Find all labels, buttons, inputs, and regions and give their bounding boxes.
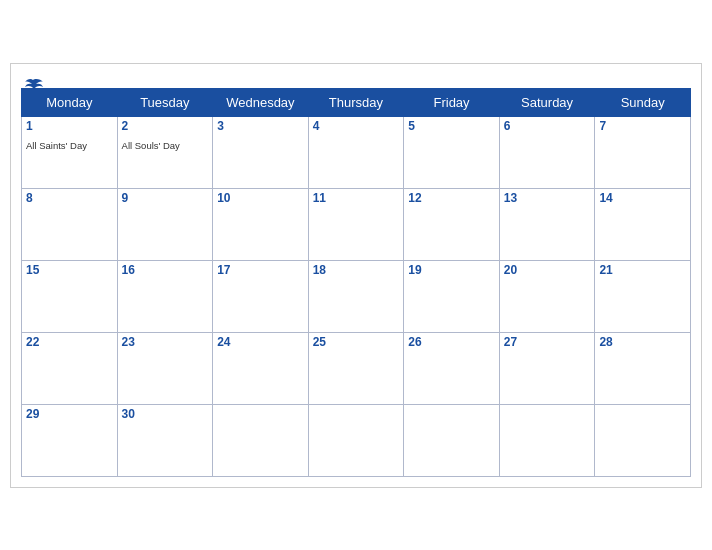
day-number: 13 <box>504 191 591 205</box>
calendar-day-cell: 2All Souls' Day <box>117 116 213 188</box>
day-number: 26 <box>408 335 495 349</box>
day-number: 5 <box>408 119 495 133</box>
weekday-header-row: Monday Tuesday Wednesday Thursday Friday… <box>22 88 691 116</box>
calendar-day-cell: 27 <box>499 332 595 404</box>
day-number: 20 <box>504 263 591 277</box>
day-number: 8 <box>26 191 113 205</box>
calendar-week-row: 22232425262728 <box>22 332 691 404</box>
day-number: 24 <box>217 335 304 349</box>
calendar-day-cell: 15 <box>22 260 118 332</box>
calendar-day-cell: 4 <box>308 116 404 188</box>
calendar-week-row: 2930 <box>22 404 691 476</box>
logo-area <box>21 78 43 94</box>
day-number: 16 <box>122 263 209 277</box>
calendar-day-cell: 16 <box>117 260 213 332</box>
day-number: 19 <box>408 263 495 277</box>
calendar-thead: Monday Tuesday Wednesday Thursday Friday… <box>22 88 691 116</box>
day-number: 27 <box>504 335 591 349</box>
calendar-day-cell: 3 <box>213 116 309 188</box>
day-number: 3 <box>217 119 304 133</box>
calendar-table: Monday Tuesday Wednesday Thursday Friday… <box>21 88 691 477</box>
calendar-header <box>21 74 691 82</box>
holiday-label: All Souls' Day <box>122 140 180 151</box>
calendar-day-cell: 9 <box>117 188 213 260</box>
calendar-week-row: 1All Saints' Day2All Souls' Day34567 <box>22 116 691 188</box>
day-number: 28 <box>599 335 686 349</box>
header-wednesday: Wednesday <box>213 88 309 116</box>
calendar-day-cell: 5 <box>404 116 500 188</box>
calendar-day-cell: 12 <box>404 188 500 260</box>
day-number: 18 <box>313 263 400 277</box>
day-number: 1 <box>26 119 113 133</box>
calendar-day-cell: 26 <box>404 332 500 404</box>
calendar-day-cell: 8 <box>22 188 118 260</box>
calendar-day-cell: 11 <box>308 188 404 260</box>
day-number: 23 <box>122 335 209 349</box>
calendar-container: Monday Tuesday Wednesday Thursday Friday… <box>10 63 702 488</box>
day-number: 9 <box>122 191 209 205</box>
day-number: 21 <box>599 263 686 277</box>
calendar-day-cell: 18 <box>308 260 404 332</box>
day-number: 15 <box>26 263 113 277</box>
logo-bird-icon <box>23 78 43 94</box>
header-thursday: Thursday <box>308 88 404 116</box>
day-number: 29 <box>26 407 113 421</box>
day-number: 30 <box>122 407 209 421</box>
header-saturday: Saturday <box>499 88 595 116</box>
calendar-day-cell <box>499 404 595 476</box>
calendar-day-cell <box>213 404 309 476</box>
holiday-label: All Saints' Day <box>26 140 87 151</box>
calendar-day-cell: 19 <box>404 260 500 332</box>
calendar-day-cell <box>404 404 500 476</box>
calendar-day-cell: 6 <box>499 116 595 188</box>
calendar-week-row: 15161718192021 <box>22 260 691 332</box>
day-number: 10 <box>217 191 304 205</box>
calendar-day-cell: 14 <box>595 188 691 260</box>
calendar-day-cell: 13 <box>499 188 595 260</box>
day-number: 12 <box>408 191 495 205</box>
calendar-day-cell: 30 <box>117 404 213 476</box>
calendar-body: 1All Saints' Day2All Souls' Day345678910… <box>22 116 691 476</box>
calendar-day-cell: 29 <box>22 404 118 476</box>
day-number: 2 <box>122 119 209 133</box>
header-sunday: Sunday <box>595 88 691 116</box>
calendar-day-cell: 7 <box>595 116 691 188</box>
calendar-day-cell: 22 <box>22 332 118 404</box>
calendar-day-cell: 1All Saints' Day <box>22 116 118 188</box>
calendar-day-cell: 24 <box>213 332 309 404</box>
day-number: 25 <box>313 335 400 349</box>
header-friday: Friday <box>404 88 500 116</box>
day-number: 6 <box>504 119 591 133</box>
day-number: 11 <box>313 191 400 205</box>
calendar-day-cell: 20 <box>499 260 595 332</box>
calendar-day-cell: 21 <box>595 260 691 332</box>
calendar-day-cell: 10 <box>213 188 309 260</box>
header-tuesday: Tuesday <box>117 88 213 116</box>
calendar-day-cell <box>308 404 404 476</box>
calendar-day-cell: 28 <box>595 332 691 404</box>
day-number: 17 <box>217 263 304 277</box>
calendar-day-cell: 23 <box>117 332 213 404</box>
day-number: 7 <box>599 119 686 133</box>
calendar-day-cell <box>595 404 691 476</box>
day-number: 14 <box>599 191 686 205</box>
calendar-day-cell: 25 <box>308 332 404 404</box>
day-number: 22 <box>26 335 113 349</box>
calendar-day-cell: 17 <box>213 260 309 332</box>
day-number: 4 <box>313 119 400 133</box>
calendar-week-row: 891011121314 <box>22 188 691 260</box>
